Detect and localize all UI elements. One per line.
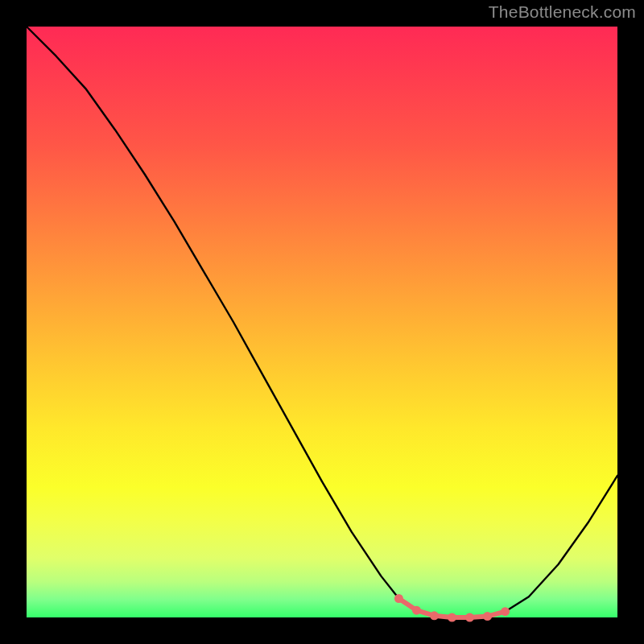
highlight-point [501, 607, 510, 616]
chart-stage: TheBottleneck.com [0, 0, 644, 644]
highlight-point [430, 611, 439, 620]
highlight-point [394, 594, 403, 603]
optimal-region-highlight [394, 594, 510, 621]
plot-area [27, 27, 617, 617]
highlight-point [412, 606, 421, 615]
highlight-point [483, 612, 492, 621]
highlight-point [465, 613, 474, 622]
watermark-label: TheBottleneck.com [489, 2, 636, 22]
highlight-point [448, 613, 456, 622]
bottleneck-curve [27, 27, 617, 617]
plot-svg [27, 27, 617, 617]
